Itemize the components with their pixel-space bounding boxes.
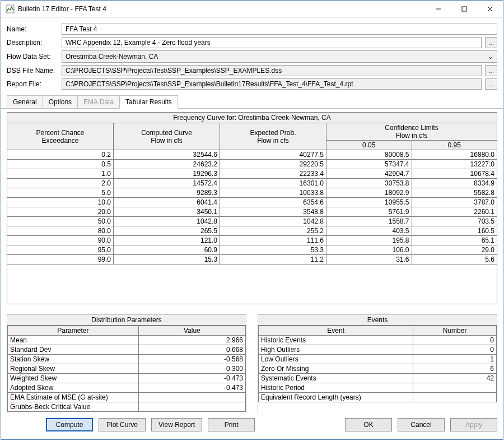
tab-strip: General Options EMA Data Tabular Results — [1, 93, 503, 109]
titlebar: Bulletin 17 Editor - FFA Test 4 — [1, 1, 503, 18]
table-row: Systematic Events42 — [259, 374, 497, 383]
table-row: Equivalent Record Length (years) — [259, 393, 497, 402]
table-row: 50.01042.81042.81558.7703.5 — [7, 217, 497, 226]
dssfile-label: DSS File Name: — [7, 67, 58, 75]
table-cell: High Outliers — [259, 345, 413, 355]
window-title: Bulletin 17 Editor - FFA Test 4 — [18, 5, 426, 13]
footer-buttons: Compute Plot Curve View Report Print OK … — [1, 414, 503, 439]
frequency-curve-panel: Frequency Curve for: Orestimba Creek-New… — [7, 112, 497, 304]
col-percent-chance: Percent Chance Exceedance — [7, 123, 114, 150]
table-cell: 5.0 — [7, 188, 114, 198]
table-row: Grubbs-Beck Critical Value — [8, 402, 246, 412]
table-cell: 3450.1 — [114, 207, 220, 217]
table-cell: 80008.5 — [326, 150, 412, 160]
table-cell: 6041.4 — [114, 198, 220, 207]
maximize-button[interactable] — [451, 1, 477, 17]
apply-button[interactable]: Apply — [450, 418, 497, 431]
col-conf-005: 0.05 — [326, 141, 412, 150]
description-label: Description: — [7, 39, 58, 47]
table-cell: 10033.8 — [220, 188, 326, 198]
table-cell: 32544.6 — [114, 150, 220, 160]
table-cell: 31.6 — [326, 255, 412, 264]
distribution-parameters-panel: Distribution Parameters Parameter Value … — [7, 314, 246, 414]
tab-tabular-results[interactable]: Tabular Results — [119, 95, 178, 109]
dist-col-value: Value — [138, 326, 245, 336]
table-cell: 0 — [413, 345, 497, 355]
table-cell: Mean — [8, 336, 139, 345]
name-input[interactable] — [62, 24, 497, 35]
table-row: 99.015.311.231.65.6 — [7, 255, 497, 264]
col-expected-prob: Expected Prob. Flow in cfs — [220, 123, 326, 150]
table-row: 0.524623.229220.557347.413227.0 — [7, 160, 497, 169]
table-row: 2.014572.416301.030753.88334.9 — [7, 179, 497, 188]
frequency-curve-table: Percent Chance Exceedance Computed Curve… — [7, 123, 497, 264]
close-button[interactable] — [477, 1, 503, 17]
reportfile-browse-button[interactable]: … — [485, 78, 497, 90]
table-cell: 0 — [413, 336, 497, 345]
table-cell: 0.5 — [7, 160, 114, 169]
table-cell: 50.0 — [7, 217, 114, 226]
minimize-button[interactable] — [426, 1, 451, 17]
table-cell: 99.0 — [7, 255, 114, 264]
app-icon — [6, 4, 15, 13]
table-cell: 11.2 — [220, 255, 326, 264]
table-cell: 90.0 — [7, 236, 114, 245]
tab-options[interactable]: Options — [43, 95, 78, 108]
table-cell: Grubbs-Beck Critical Value — [8, 402, 139, 412]
table-cell: 2260.1 — [412, 207, 497, 217]
table-cell: 30753.8 — [326, 179, 412, 188]
table-row: High Outliers0 — [259, 345, 497, 355]
table-cell: 10678.4 — [412, 169, 497, 179]
table-row: 10.06041.46354.610955.53787.0 — [7, 198, 497, 207]
dssfile-input[interactable] — [62, 65, 482, 76]
table-cell: Regional Skew — [8, 364, 139, 374]
table-cell: Historic Period — [259, 383, 413, 393]
table-cell: 6 — [413, 364, 497, 374]
table-cell: 9289.3 — [114, 188, 220, 198]
table-cell: 2.966 — [138, 336, 245, 345]
table-cell: -0.473 — [138, 383, 245, 393]
table-cell: 15.3 — [114, 255, 220, 264]
frequency-curve-caption: Frequency Curve for: Orestimba Creek-New… — [7, 112, 497, 123]
table-row: 1.019296.322233.442904.710678.4 — [7, 169, 497, 179]
plot-curve-button[interactable]: Plot Curve — [99, 418, 146, 431]
reportfile-input[interactable] — [62, 78, 482, 90]
dssfile-browse-button[interactable]: … — [485, 65, 497, 76]
dist-col-parameter: Parameter — [8, 326, 139, 336]
table-row: 90.0121.0111.6195.865.1 — [7, 236, 497, 245]
table-cell: 95.0 — [7, 245, 114, 255]
table-cell: 29220.5 — [220, 160, 326, 169]
description-input[interactable] — [62, 37, 482, 48]
table-cell: Weighted Skew — [8, 374, 139, 383]
table-cell: 18092.9 — [326, 188, 412, 198]
distribution-parameters-title: Distribution Parameters — [7, 315, 246, 326]
table-cell: 403.5 — [326, 226, 412, 236]
table-cell: 10955.5 — [326, 198, 412, 207]
cancel-button[interactable]: Cancel — [398, 418, 445, 431]
description-browse-button[interactable]: … — [485, 37, 497, 48]
view-report-button[interactable]: View Report — [151, 418, 202, 431]
table-cell: 65.1 — [412, 236, 497, 245]
print-button[interactable]: Print — [208, 418, 255, 431]
tab-ema-data[interactable]: EMA Data — [77, 95, 120, 108]
table-cell: Zero Or Missing — [259, 364, 413, 374]
table-row: Standard Dev0.668 — [8, 345, 246, 355]
table-cell: 2.0 — [7, 179, 114, 188]
compute-button[interactable]: Compute — [46, 418, 93, 431]
events-table: Event Number Historic Events0High Outlie… — [258, 326, 497, 402]
table-cell: 57347.4 — [326, 160, 412, 169]
ok-button[interactable]: OK — [345, 418, 392, 431]
table-cell: 14572.4 — [114, 179, 220, 188]
table-cell: 0.668 — [138, 345, 245, 355]
flowdata-combo[interactable]: Orestimba Creek-Newman, CA ⌄ — [62, 50, 497, 63]
table-cell: 3787.0 — [412, 198, 497, 207]
col-confidence-limits: Confidence Limits Flow in cfs — [326, 123, 497, 141]
table-cell: 703.5 — [412, 217, 497, 226]
table-cell: 1 — [413, 355, 497, 364]
table-cell: 6354.6 — [220, 198, 326, 207]
table-cell: 5.6 — [412, 255, 497, 264]
tab-general[interactable]: General — [7, 95, 43, 108]
table-cell: 121.0 — [114, 236, 220, 245]
distribution-parameters-table: Parameter Value Mean2.966Standard Dev0.6… — [7, 326, 246, 412]
table-cell: 60.9 — [114, 245, 220, 255]
